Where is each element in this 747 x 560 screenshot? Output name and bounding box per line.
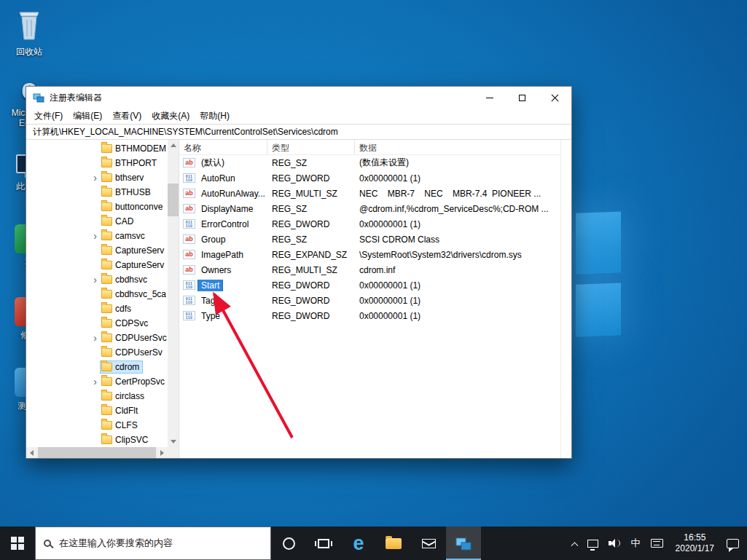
chevron-right-icon[interactable]: ›	[90, 273, 100, 286]
string-value-icon: ab	[183, 189, 195, 198]
tree-item-BTHUSB[interactable]: BTHUSB	[26, 185, 168, 200]
tree-item-bthserv[interactable]: ›bthserv	[26, 170, 168, 185]
tree-item-ClipSVC[interactable]: ClipSVC	[26, 433, 168, 447]
tree-vertical-scrollbar[interactable]	[168, 140, 179, 447]
maximize-button[interactable]	[506, 87, 539, 109]
vertical-scroll-thumb[interactable]	[168, 184, 179, 216]
registry-value-row[interactable]: abDisplayNameREG_SZ@cdrom.inf,%cdrom_Ser…	[179, 201, 560, 216]
value-name: AutoRunAlway...	[198, 188, 267, 200]
volume-tray-button[interactable]	[603, 527, 626, 560]
tree-item-CLFS[interactable]: CLFS	[26, 418, 168, 433]
registry-value-row[interactable]: abGroupREG_SZSCSI CDROM Class	[179, 232, 560, 247]
ime-indicator[interactable]: 中	[626, 527, 646, 560]
tree-item-CAD[interactable]: CAD	[26, 214, 168, 229]
tree-item-BTHMODEM[interactable]: BTHMODEM	[26, 141, 168, 156]
tree-item-buttonconve[interactable]: buttonconve	[26, 200, 168, 214]
registry-value-row[interactable]: abOwnersREG_MULTI_SZcdrom.inf	[179, 262, 560, 277]
registry-value-row[interactable]: 011110StartREG_DWORD0x00000001 (1)	[179, 277, 560, 293]
task-view-button[interactable]	[306, 527, 341, 560]
tree-item-cbdhsvc[interactable]: ›cbdhsvc	[26, 272, 168, 287]
close-button[interactable]	[539, 87, 571, 109]
start-button[interactable]	[0, 527, 35, 560]
registry-value-row[interactable]: abImagePathREG_EXPAND_SZ\SystemRoot\Syst…	[179, 247, 560, 262]
tree-item-BTHPORT[interactable]: BTHPORT	[26, 156, 168, 170]
menu-item[interactable]: 查看(V)	[107, 109, 146, 124]
mail-button[interactable]	[411, 527, 446, 560]
edge-taskbar-button[interactable]: e	[341, 527, 376, 560]
tree-item-cdrom[interactable]: cdrom	[26, 360, 168, 374]
folder-icon	[101, 377, 112, 386]
taskbar-search-input[interactable]: 在这里输入你要搜索的内容	[35, 527, 271, 560]
chevron-right-icon[interactable]: ›	[90, 229, 100, 242]
taskbar-clock[interactable]: 16:55 2020/1/17	[668, 532, 721, 554]
value-name-cell: ab(默认)	[179, 156, 267, 170]
column-header[interactable]: 数据	[355, 140, 560, 154]
tree-item-cbdhsvc_5ca[interactable]: cbdhsvc_5ca	[26, 287, 168, 301]
folder-icon	[101, 217, 112, 226]
chevron-right-icon[interactable]: ›	[90, 331, 100, 344]
column-header[interactable]: 类型	[267, 140, 355, 154]
desktop-icon-recycle-bin[interactable]: 回收站	[6, 7, 52, 58]
file-explorer-button[interactable]	[376, 527, 411, 560]
menu-item[interactable]: 收藏夹(A)	[146, 109, 195, 124]
value-data: \SystemRoot\System32\drivers\cdrom.sys	[355, 250, 560, 260]
registry-value-row[interactable]: 011110AutoRunREG_DWORD0x00000001 (1)	[179, 170, 560, 186]
network-tray-button[interactable]	[582, 527, 603, 560]
registry-value-row[interactable]: 011110TagREG_DWORD0x00000001 (1)	[179, 293, 560, 308]
values-scrollbar-track[interactable]	[560, 140, 571, 458]
chevron-right-icon[interactable]: ›	[90, 171, 100, 184]
menu-item[interactable]: 编辑(E)	[68, 109, 107, 124]
string-value-icon: ab	[183, 234, 195, 244]
scroll-right-icon[interactable]	[160, 450, 164, 456]
tree-item-CertPropSvc[interactable]: ›CertPropSvc	[26, 374, 168, 389]
titlebar[interactable]: 注册表编辑器	[26, 87, 571, 109]
cortana-button[interactable]	[271, 527, 306, 560]
registry-value-row[interactable]: abAutoRunAlway...REG_MULTI_SZNEC MBR-7 N…	[179, 186, 560, 201]
tree-entry: CDPUserSv	[100, 346, 166, 359]
value-name: Type	[198, 310, 223, 322]
tree-item-label: camsvc	[115, 231, 145, 241]
tree-item-CDPSvc[interactable]: CDPSvc	[26, 316, 168, 331]
tree-entry: BTHPORT	[100, 157, 160, 170]
registry-value-row[interactable]: ab(默认)REG_SZ(数值未设置)	[179, 155, 560, 170]
action-center-button[interactable]	[721, 527, 744, 560]
address-bar[interactable]: 计算机\HKEY_LOCAL_MACHINE\SYSTEM\CurrentCon…	[26, 124, 571, 140]
tree-item-CaptureServ[interactable]: CaptureServ	[26, 243, 168, 258]
column-header[interactable]: 名称	[179, 140, 267, 154]
tree-item-camsvc[interactable]: ›camsvc	[26, 229, 168, 243]
registry-value-row[interactable]: 011110TypeREG_DWORD0x00000001 (1)	[179, 308, 560, 323]
tree-item-CaptureServ[interactable]: CaptureServ	[26, 258, 168, 272]
touch-keyboard-button[interactable]	[646, 527, 668, 560]
folder-icon	[101, 144, 112, 153]
registry-value-row[interactable]: 011110ErrorControlREG_DWORD0x00000001 (1…	[179, 216, 560, 232]
desktop-icon-label: 回收站	[6, 46, 52, 58]
binary-value-icon: 011110	[183, 296, 195, 305]
folder-icon	[101, 334, 112, 342]
tree-item-circlass[interactable]: circlass	[26, 389, 168, 403]
menu-item[interactable]: 文件(F)	[29, 109, 68, 124]
tree-item-CldFlt[interactable]: CldFlt	[26, 403, 168, 418]
scroll-left-icon[interactable]	[30, 450, 34, 456]
horizontal-scroll-thumb[interactable]	[38, 447, 156, 458]
tree-item-CDPUserSvc[interactable]: ›CDPUserSvc	[26, 331, 168, 345]
volume-icon	[609, 539, 621, 548]
tree-item-cdfs[interactable]: cdfs	[26, 301, 168, 316]
menu-item[interactable]: 帮助(H)	[195, 109, 235, 124]
regedit-app-icon	[33, 92, 44, 103]
regedit-taskbar-button[interactable]	[446, 527, 481, 560]
tree-item-label: cdfs	[115, 304, 131, 314]
tray-overflow-button[interactable]	[567, 527, 582, 560]
value-data: 0x00000001 (1)	[355, 296, 560, 306]
cortana-icon	[283, 537, 295, 550]
window-title: 注册表编辑器	[50, 92, 102, 104]
tree-item-CDPUserSv[interactable]: CDPUserSv	[26, 345, 168, 360]
tree-entry: cbdhsvc_5ca	[100, 288, 168, 301]
scroll-up-icon[interactable]	[171, 143, 176, 147]
tree-item-label: cdrom	[115, 362, 139, 372]
folder-icon	[101, 435, 112, 444]
chevron-right-icon[interactable]: ›	[90, 375, 100, 388]
task-view-icon	[318, 539, 329, 548]
tree-horizontal-scrollbar[interactable]	[26, 447, 168, 458]
minimize-button[interactable]	[473, 87, 506, 109]
scroll-down-icon[interactable]	[171, 440, 176, 443]
